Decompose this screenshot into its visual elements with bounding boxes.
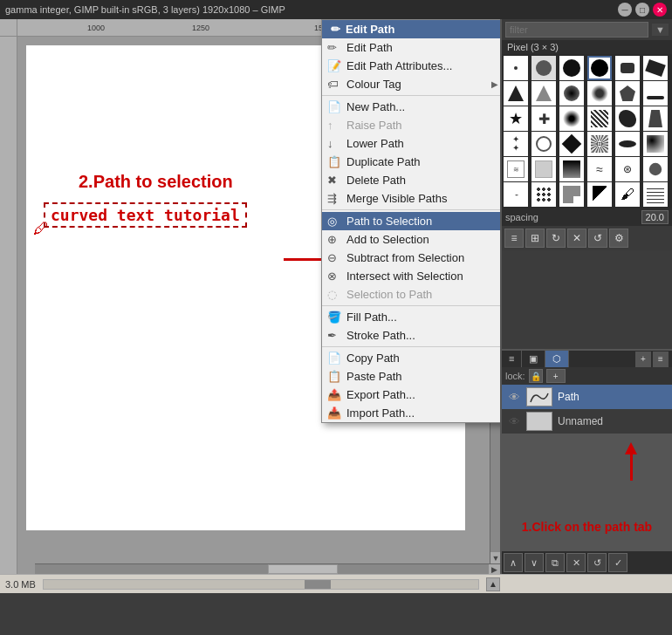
brush-cell[interactable]: 🖌 [615, 182, 640, 207]
horizontal-scrollbar[interactable]: ▶ [35, 563, 500, 574]
status-bar: 3.0 MB ▲ [0, 574, 672, 593]
paths-panel: ≡ ▣ ⬡ + ≡ lock: 🔒 + 👁 [502, 351, 672, 574]
ctx-edit-path[interactable]: ✏ Edit Path [322, 38, 502, 57]
brush-cell[interactable] [559, 56, 584, 80]
brush-cell[interactable] [559, 106, 584, 131]
tool-btn-refresh[interactable]: ↺ [588, 229, 607, 248]
brush-cell[interactable] [559, 182, 584, 207]
ctx-duplicate-path[interactable]: 📋 Duplicate Path [322, 153, 502, 171]
tab-icon-add[interactable]: + [635, 352, 651, 367]
brush-cell[interactable] [615, 106, 640, 131]
brush-cell[interactable]: ★ [504, 106, 528, 131]
arrow-line-up [630, 454, 633, 481]
paths-btn-2[interactable]: ∨ [525, 553, 544, 572]
annotation-path-to-selection: 2.Path to selection [79, 172, 233, 192]
ctx-add-to-selection-icon: ⊕ [327, 233, 337, 246]
brush-cell[interactable]: ✚ [531, 106, 556, 131]
ctx-path-to-selection[interactable]: ◎ Path to Selection [322, 212, 502, 230]
brush-cell[interactable] [587, 182, 612, 207]
brush-cell[interactable] [587, 81, 612, 106]
status-scroll-thumb[interactable] [305, 580, 331, 589]
brush-cell[interactable] [643, 56, 668, 80]
paths-btn-6[interactable]: ✓ [608, 553, 627, 572]
ctx-merge-visible-paths[interactable]: ⇶ Merge Visible Paths [322, 189, 502, 208]
brush-cell[interactable] [587, 132, 612, 156]
brush-cell[interactable] [615, 56, 640, 80]
scroll-right-btn[interactable]: ▶ [488, 564, 500, 574]
ctx-fill-path[interactable]: 🪣 Fill Path... [322, 308, 502, 326]
scroll-up-btn[interactable]: ▲ [486, 577, 500, 591]
tool-btn-delete[interactable]: ✕ [567, 229, 586, 248]
tab-layers[interactable]: ≡ [502, 351, 522, 367]
brush-cell[interactable] [559, 81, 584, 106]
brush-cell[interactable] [531, 56, 556, 80]
spacing-value[interactable]: 20.0 [641, 210, 669, 224]
ctx-colour-tag[interactable]: 🏷 Colour Tag [322, 75, 502, 93]
ctx-lower-path[interactable]: ↓ Lower Path [322, 134, 502, 153]
ctx-add-to-selection[interactable]: ⊕ Add to Selection [322, 230, 502, 249]
minimize-button[interactable]: ─ [618, 3, 632, 17]
ctx-import-path[interactable]: 📥 Import Path... [322, 404, 502, 422]
brush-cell[interactable] [643, 106, 668, 131]
ctx-copy-path[interactable]: 📄 Copy Path [322, 349, 502, 367]
ctx-import-path-icon: 📥 [327, 406, 341, 420]
brush-cell[interactable] [587, 106, 612, 131]
lock-icon[interactable]: 🔒 [529, 369, 543, 383]
canvas-area: 1000 1250 1500 2.Path to selection 🖊 [0, 19, 502, 574]
brush-cell[interactable] [531, 182, 556, 207]
brush-cell[interactable]: ⊛ [615, 157, 640, 181]
path-row-unnamed[interactable]: 👁 Unnamed [502, 409, 672, 434]
paths-btn-4[interactable]: ✕ [566, 553, 586, 572]
brush-cell[interactable]: ≈ [587, 157, 612, 181]
brush-cell[interactable]: ✦✦ [504, 132, 528, 156]
tool-btn-settings[interactable]: ⚙ [609, 229, 628, 248]
brush-cell[interactable] [531, 81, 556, 106]
ctx-paste-path[interactable]: 📋 Paste Path [322, 367, 502, 386]
brush-cell[interactable] [643, 132, 668, 156]
tool-btn-layers[interactable]: ≡ [504, 229, 524, 248]
ctx-subtract-from-selection[interactable]: ⊖ Subtract from Selection [322, 249, 502, 267]
brush-cell[interactable] [615, 81, 640, 106]
brush-cell[interactable] [643, 81, 668, 106]
ctx-new-path[interactable]: 📄 New Path... [322, 98, 502, 116]
maximize-button[interactable]: □ [635, 3, 649, 17]
paths-btn-5[interactable]: ↺ [587, 553, 607, 572]
scroll-down-btn[interactable]: ▼ [490, 551, 500, 563]
paths-btn-1[interactable]: ∧ [504, 553, 523, 572]
tool-btn-rotate[interactable]: ↻ [546, 229, 566, 248]
filter-input[interactable] [505, 22, 648, 38]
brush-size-info: Pixel (3 × 3) [502, 40, 672, 54]
ctx-edit-path-attributes[interactable]: 📝 Edit Path Attributes... [322, 57, 502, 75]
ruler-corner [0, 19, 17, 37]
ctx-export-path[interactable]: 📤 Export Path... [322, 386, 502, 404]
close-button[interactable]: ✕ [653, 3, 667, 17]
tab-channels[interactable]: ▣ [522, 351, 545, 367]
brush-cell[interactable]: ··· [504, 182, 528, 207]
path-row-active[interactable]: 👁 Path [502, 385, 672, 409]
path-eye-icon-unnamed[interactable]: 👁 [507, 414, 521, 428]
brush-cell[interactable] [615, 132, 640, 156]
path-eye-icon[interactable]: 👁 [507, 390, 521, 404]
tool-btn-channels[interactable]: ⊞ [525, 229, 545, 248]
ctx-intersect-with-selection[interactable]: ⊗ Intersect with Selection [322, 267, 502, 285]
brush-cell[interactable] [643, 182, 668, 207]
brush-cell[interactable]: ≋ [504, 157, 528, 181]
brush-cell[interactable] [587, 56, 612, 80]
tab-paths[interactable]: ⬡ [545, 351, 569, 367]
ctx-stroke-path[interactable]: ✒ Stroke Path... [322, 326, 502, 345]
brush-cell[interactable] [504, 81, 528, 106]
filter-dropdown-btn[interactable]: ▼ [652, 24, 669, 36]
ctx-delete-path[interactable]: ✖ Delete Path [322, 171, 502, 189]
brush-cell[interactable] [559, 132, 584, 156]
brush-cell[interactable] [531, 157, 556, 181]
scroll-h-thumb[interactable] [268, 564, 338, 574]
brush-cell[interactable] [643, 157, 668, 181]
ctx-edit-path-icon: ✏ [327, 41, 337, 54]
status-scrollbar[interactable] [43, 579, 479, 590]
lock-add-btn[interactable]: + [546, 369, 566, 383]
brush-cell[interactable] [531, 132, 556, 156]
paths-btn-3[interactable]: ⧉ [545, 553, 565, 572]
brush-cell[interactable] [504, 56, 528, 80]
brush-cell[interactable] [559, 157, 584, 181]
tab-icon-config[interactable]: ≡ [653, 352, 669, 367]
